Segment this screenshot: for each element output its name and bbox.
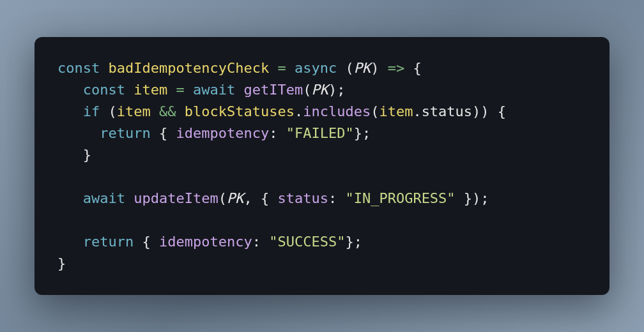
code-line: const item = await getITem(PK); — [57, 79, 586, 101]
code-token: ( — [218, 190, 227, 206]
code-token — [57, 190, 83, 206]
code-token: { — [142, 234, 150, 250]
code-token: blockStatuses — [185, 103, 295, 119]
code-token: await — [83, 190, 125, 206]
code-token: } — [354, 125, 362, 141]
code-token: await — [193, 82, 235, 98]
code-token: "FAILED" — [286, 125, 354, 141]
code-token — [151, 125, 159, 141]
code-token — [235, 82, 243, 98]
code-token: ; — [337, 82, 345, 98]
code-token — [489, 103, 498, 119]
code-token — [269, 60, 277, 76]
code-token — [456, 190, 464, 206]
code-token — [337, 60, 345, 76]
code-token: idempotency — [159, 234, 252, 250]
code-line — [57, 166, 586, 188]
code-token — [286, 60, 295, 76]
code-token — [100, 60, 108, 76]
code-token: } — [345, 234, 353, 250]
code-token — [185, 82, 193, 98]
code-line: const badIdempotencyCheck = async (PK) =… — [57, 57, 586, 79]
code-token: . — [295, 103, 303, 119]
code-token — [57, 234, 83, 250]
code-token: ) — [480, 103, 489, 119]
code-token: status — [277, 190, 328, 206]
code-token — [151, 234, 159, 250]
code-token — [261, 234, 269, 250]
code-token: const — [57, 60, 100, 76]
code-token — [57, 125, 100, 141]
code-token — [57, 82, 83, 98]
code-token: item — [379, 103, 413, 119]
code-token: idempotency — [176, 125, 269, 141]
code-token: ( — [303, 82, 311, 98]
code-token: status — [422, 103, 472, 119]
code-token: ( — [371, 103, 379, 119]
code-line: } — [57, 144, 586, 166]
code-token: return — [83, 234, 134, 250]
code-token — [277, 125, 286, 141]
code-line — [57, 209, 586, 231]
code-token — [167, 82, 176, 98]
code-token: ) — [371, 60, 379, 76]
code-token: PK — [227, 190, 244, 206]
code-token: = — [176, 82, 184, 98]
code-token — [151, 103, 159, 119]
code-token — [100, 103, 108, 119]
code-token: const — [83, 82, 125, 98]
code-token: async — [295, 60, 337, 76]
code-token: { — [498, 103, 506, 119]
code-token — [404, 60, 413, 76]
code-token: PK — [354, 60, 371, 76]
code-line: return { idempotency: "SUCCESS"}; — [57, 231, 586, 253]
code-token — [57, 147, 83, 163]
code-token: ) — [472, 103, 480, 119]
code-line: await updateItem(PK, { status: "IN_PROGR… — [57, 188, 586, 209]
code-token: ( — [345, 60, 353, 76]
code-token: ( — [109, 103, 117, 119]
code-token: : — [328, 190, 337, 206]
code-token: ) — [328, 82, 337, 98]
code-token: ; — [362, 125, 371, 141]
code-token: = — [277, 60, 286, 76]
code-token — [379, 60, 387, 76]
code-token: ) — [472, 190, 480, 206]
code-token: => — [388, 60, 405, 76]
code-token — [125, 190, 134, 206]
code-token: PK — [311, 82, 328, 98]
code-token: && — [159, 103, 176, 119]
code-token: : — [269, 125, 277, 141]
code-token: "SUCCESS" — [269, 234, 345, 250]
code-token — [252, 190, 261, 206]
code-token — [337, 190, 345, 206]
code-token — [167, 125, 176, 141]
code-token: : — [252, 234, 261, 250]
code-token: } — [57, 255, 66, 271]
code-token: { — [159, 125, 167, 141]
code-token: } — [83, 147, 91, 163]
code-token: item — [117, 103, 151, 119]
code-token: item — [134, 82, 167, 98]
code-token — [134, 234, 142, 250]
code-token: includes — [303, 103, 371, 119]
code-token: ; — [354, 234, 362, 250]
code-token: badIdempotencyCheck — [108, 60, 269, 76]
code-token — [125, 82, 134, 98]
code-content: const badIdempotencyCheck = async (PK) =… — [57, 57, 586, 275]
code-line: return { idempotency: "FAILED"}; — [57, 123, 586, 144]
code-token: ; — [480, 190, 489, 206]
code-token: } — [464, 190, 472, 206]
code-token — [269, 190, 277, 206]
code-token: "IN_PROGRESS" — [345, 190, 455, 206]
code-token — [57, 103, 83, 119]
code-token: getITem — [243, 82, 303, 98]
code-token: { — [261, 190, 269, 206]
code-token: if — [83, 103, 100, 119]
code-token — [176, 103, 184, 119]
code-token: updateItem — [134, 190, 218, 206]
code-line: } — [57, 253, 586, 275]
code-token: . — [413, 103, 421, 119]
code-token: return — [100, 125, 150, 141]
code-line: if (item && blockStatuses.includes(item.… — [57, 101, 586, 123]
